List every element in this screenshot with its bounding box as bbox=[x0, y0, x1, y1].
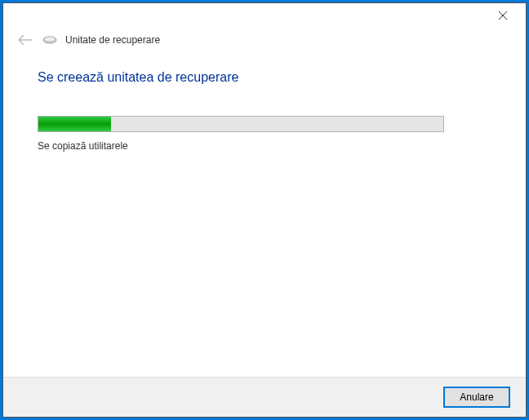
cancel-button[interactable]: Anulare bbox=[444, 387, 509, 407]
progress-bar bbox=[38, 116, 444, 132]
drive-icon bbox=[42, 35, 57, 45]
main-heading: Se creează unitatea de recuperare bbox=[38, 70, 491, 85]
close-button[interactable] bbox=[487, 4, 519, 27]
back-arrow-icon bbox=[18, 34, 33, 46]
progress-bar-fill bbox=[38, 117, 111, 131]
status-text: Se copiază utilitarele bbox=[38, 140, 491, 152]
content-area: Se creează unitatea de recuperare Se cop… bbox=[3, 55, 526, 377]
svg-point-3 bbox=[44, 37, 56, 42]
footer: Anulare bbox=[3, 377, 526, 417]
header-row: Unitate de recuperare bbox=[3, 28, 526, 55]
dialog-window: Unitate de recuperare Se creează unitate… bbox=[2, 2, 527, 418]
titlebar bbox=[3, 3, 526, 28]
window-title: Unitate de recuperare bbox=[65, 34, 160, 46]
back-button bbox=[16, 33, 34, 47]
close-icon bbox=[499, 11, 507, 20]
